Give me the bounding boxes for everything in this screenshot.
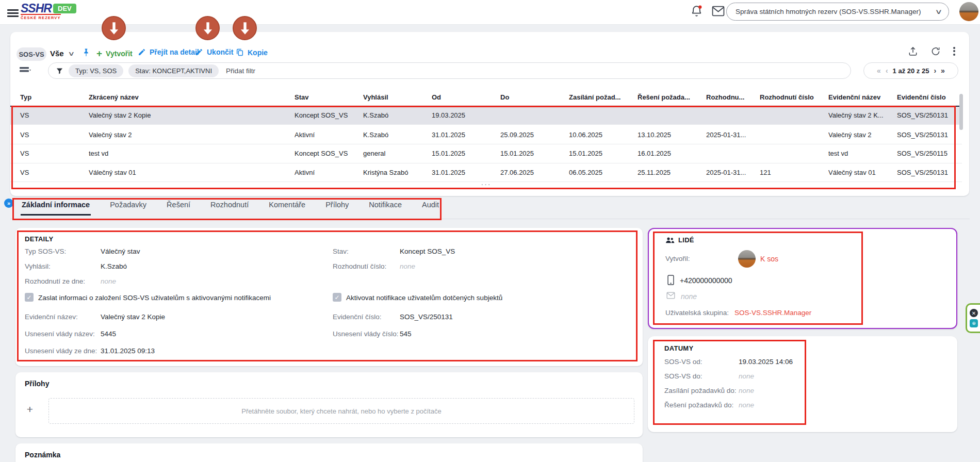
logo-subtitle: ČESKÉ REZERVY	[21, 15, 61, 20]
phone-icon	[667, 275, 674, 285]
column-header[interactable]: Do	[500, 93, 569, 101]
role-selector-value: Správa státních hmotných rezerv (SOS-VS.…	[736, 8, 936, 15]
plus-icon: +	[96, 48, 102, 59]
tab-zakladni-informace[interactable]: Základní informace	[21, 197, 91, 216]
cell: Valečný stav 2	[828, 131, 897, 139]
tab-prilohy[interactable]: Přílohy	[324, 197, 350, 216]
column-header[interactable]: Typ	[20, 93, 89, 101]
role-selector[interactable]: Správa státních hmotných rezerv (SOS-VS.…	[726, 3, 949, 21]
add-attachment-button[interactable]: +	[23, 402, 37, 417]
column-header[interactable]: Rozhodnu...	[706, 93, 760, 101]
creator-avatar[interactable]	[738, 250, 756, 268]
pagination-next-button[interactable]: ›	[934, 67, 936, 75]
row-density-icon[interactable]	[19, 62, 32, 74]
table-row[interactable]: VS Valečný stav 2 Aktivní K.Szabó 31.01.…	[10, 126, 962, 145]
file-dropzone[interactable]: Přetáhněte soubor, který chcete nahrát, …	[48, 398, 634, 424]
notifications-bell-icon[interactable]	[690, 4, 703, 18]
column-header[interactable]: Rozhodnutí číslo	[760, 93, 828, 101]
field-value: 545	[400, 330, 412, 338]
column-header[interactable]: Zasílání požad...	[569, 93, 638, 101]
column-header[interactable]: Od	[432, 93, 500, 101]
field-label: Vytvořil:	[665, 255, 690, 262]
pagination-range: 1 až 20 z 25	[893, 67, 929, 75]
tab-notifikace[interactable]: Notifikace	[368, 197, 403, 216]
creator-link[interactable]: K sos	[760, 255, 778, 263]
kebab-menu-icon[interactable]	[953, 45, 955, 57]
creator-email-empty: none	[681, 292, 697, 301]
annotation-arrow-finish-icon	[195, 16, 220, 40]
field-value: Valečný stav 2 Kopie	[101, 313, 165, 321]
create-button[interactable]: + Vytvořit	[96, 48, 133, 59]
table-row-selected[interactable]: VS Valečný stav 2 Kopie Koncept SOS_VS K…	[10, 106, 962, 125]
pin-icon[interactable]	[81, 47, 91, 58]
tab-pozadavky[interactable]: Požadavky	[109, 197, 148, 216]
cell: Aktivní	[295, 169, 363, 176]
table-row[interactable]: VS test vd Koncept SOS_VS general 15.01.…	[10, 144, 962, 163]
cell: 10.06.2025	[569, 131, 638, 139]
note-card: Poznámka	[15, 443, 643, 462]
more-rows-indicator[interactable]: ···	[10, 180, 962, 188]
column-header[interactable]: Vyhlásil	[363, 93, 432, 101]
pagination-prev-button[interactable]: ‹	[886, 67, 888, 75]
cell: test vd	[89, 150, 295, 157]
filter-chip-state[interactable]: Stav: KONCEPT,AKTIVNI	[128, 64, 219, 77]
add-filter-button[interactable]: Přidat filtr	[226, 67, 255, 75]
field-label: Uživatelská skupina:	[665, 309, 729, 317]
cell: VS	[20, 169, 89, 176]
table-row[interactable]: VS Válečný stav 01 Aktivní Kristýna Szab…	[10, 163, 962, 183]
tab-komentare[interactable]: Komentáře	[268, 197, 306, 216]
field-value-empty: none	[739, 372, 754, 380]
copy-icon	[236, 48, 244, 57]
column-header[interactable]: Evidenční číslo	[897, 93, 962, 101]
widget-translate-icon[interactable]: ⊕	[970, 319, 978, 327]
cell: 15.01.2025	[569, 150, 638, 157]
view-selector[interactable]: Vše	[50, 49, 64, 58]
module-chip[interactable]: SOS-VS	[17, 47, 46, 61]
pagination-last-button[interactable]: »	[941, 67, 945, 75]
filter-bar[interactable]: Typ: VS, SOS Stav: KONCEPT,AKTIVNI Přida…	[48, 62, 851, 79]
field-label: Zasílání požadavků do:	[664, 387, 737, 394]
field-value: 31.01.2025 09:13	[101, 347, 155, 355]
hamburger-menu-icon[interactable]	[7, 8, 19, 19]
tab-reseni[interactable]: Řešení	[166, 197, 191, 216]
user-group-link[interactable]: SOS-VS.SSHR.Manager	[734, 309, 811, 317]
cell: Valečný stav 2 K...	[828, 111, 897, 119]
goto-detail-button[interactable]: Přejít na detail	[138, 48, 199, 56]
pagination-first-button[interactable]: «	[877, 67, 881, 75]
column-header[interactable]: Evidenční název	[828, 93, 897, 101]
filter-chip-type[interactable]: Typ: VS, SOS	[69, 64, 123, 77]
field-value: K.Szabó	[101, 262, 127, 270]
checkbox-notify-creation[interactable]: ✓	[25, 293, 34, 302]
widget-close-icon[interactable]: ✕	[970, 309, 978, 317]
column-header[interactable]: Zkrácený název	[89, 93, 295, 101]
copy-button[interactable]: Kopie	[236, 48, 268, 57]
tab-rozhodnuti[interactable]: Rozhodnutí	[209, 197, 250, 216]
column-header[interactable]: Stav	[295, 93, 363, 101]
column-header[interactable]: Řešení požada...	[638, 93, 706, 101]
details-card: DETAILY Typ SOS-VS: Válečný stav Stav: K…	[15, 228, 643, 366]
dates-card: DATUMY SOS-VS od: 19.03.2025 14:06 SOS-V…	[648, 336, 957, 432]
cell: Koncept SOS_VS	[295, 150, 363, 157]
detail-tabs: Základní informace Požadavky Řešení Rozh…	[10, 197, 970, 219]
cell: 15.01.2025	[500, 150, 569, 157]
user-avatar[interactable]	[959, 2, 978, 21]
messages-envelope-icon[interactable]	[712, 6, 725, 16]
cell: SOS_VS/250131	[897, 169, 962, 176]
field-value-empty: none	[400, 262, 415, 270]
export-icon[interactable]	[908, 46, 918, 57]
finish-button[interactable]: Ukončit	[195, 48, 233, 56]
view-chevron-down-icon[interactable]: ∨	[68, 50, 75, 57]
table-scrollbar[interactable]	[959, 94, 963, 130]
finish-button-label: Ukončit	[207, 48, 233, 56]
cell: Válečný stav 01	[828, 169, 897, 176]
field-label: Typ SOS-VS:	[25, 248, 66, 255]
cell: 16.01.2025	[638, 150, 706, 157]
panel-expand-icon[interactable]: »	[4, 199, 13, 208]
refresh-icon[interactable]	[930, 46, 941, 57]
floating-widget[interactable]: ✕ ⊕	[966, 303, 980, 333]
tab-audit[interactable]: Audit	[421, 197, 440, 216]
funnel-icon	[56, 67, 63, 75]
checkbox-notify-subjects[interactable]: ✓	[333, 293, 341, 302]
app-root: SSHR ČESKÉ REZERVY DEV Správa státních h…	[0, 0, 980, 462]
field-label: Rozhodnutí ze dne:	[25, 277, 85, 285]
